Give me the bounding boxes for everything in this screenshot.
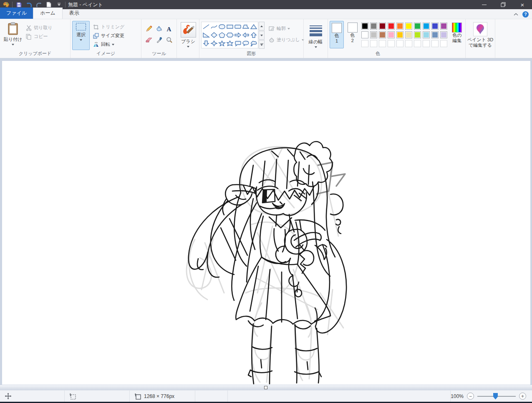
paste-button[interactable]: 貼り付け: [3, 21, 23, 45]
undo-icon[interactable]: [25, 1, 33, 8]
zoom-in-button[interactable]: +: [519, 393, 526, 400]
palette-swatch[interactable]: [423, 23, 430, 30]
curve-shape[interactable]: [210, 24, 218, 30]
palette-empty-swatch[interactable]: [370, 40, 377, 47]
palette-swatch[interactable]: [370, 23, 377, 30]
zoom-level-text: 100%: [451, 393, 464, 399]
star-5-shape[interactable]: [218, 40, 226, 46]
callout-oval-shape[interactable]: [242, 40, 250, 46]
shapes-more-button[interactable]: [259, 40, 265, 49]
help-icon[interactable]: ?: [522, 11, 529, 18]
zoom-slider-thumb[interactable]: [493, 393, 498, 400]
palette-swatch[interactable]: [361, 23, 368, 30]
diamond-shape[interactable]: [210, 32, 218, 38]
outline-dropdown-icon: [287, 28, 290, 30]
eraser-tool[interactable]: [146, 36, 153, 43]
magnifier-tool[interactable]: [166, 36, 173, 43]
callout-cloud-shape[interactable]: [250, 40, 257, 46]
resize-button[interactable]: サイズ変更: [92, 31, 124, 40]
arrow-right-shape[interactable]: [234, 32, 242, 38]
palette-empty-swatch[interactable]: [440, 40, 447, 47]
palette-swatch[interactable]: [423, 31, 430, 38]
redo-icon[interactable]: [35, 1, 43, 8]
palette-swatch[interactable]: [405, 23, 412, 30]
palette-swatch[interactable]: [414, 23, 421, 30]
palette-empty-swatch[interactable]: [414, 40, 421, 47]
palette-swatch[interactable]: [440, 31, 447, 38]
arrow-up-shape[interactable]: [250, 32, 257, 38]
select-label: 選択: [76, 32, 86, 38]
line-width-button[interactable]: 線の幅: [304, 21, 328, 48]
fill-bucket-tool[interactable]: [156, 25, 163, 32]
palette-empty-swatch[interactable]: [379, 40, 386, 47]
palette-empty-swatch[interactable]: [388, 40, 395, 47]
crop-button[interactable]: トリミング: [92, 23, 124, 31]
canvas-resize-handle[interactable]: [264, 386, 267, 389]
copy-button[interactable]: コピー: [25, 32, 53, 41]
color-picker-tool[interactable]: [156, 36, 163, 43]
svg-text:A: A: [167, 26, 171, 32]
save-icon[interactable]: [15, 1, 23, 8]
brush-button[interactable]: ブラシ: [177, 21, 199, 48]
zoom-out-button[interactable]: −: [467, 393, 474, 400]
palette-swatch[interactable]: [388, 23, 395, 30]
palette-empty-swatch[interactable]: [431, 40, 439, 47]
ellipse-shape[interactable]: [218, 24, 226, 30]
palette-swatch[interactable]: [396, 31, 403, 38]
hexagon-shape[interactable]: [226, 32, 234, 38]
arrow-left-shape[interactable]: [242, 32, 250, 38]
shapes-scroll-up-button[interactable]: [259, 22, 265, 30]
palette-swatch[interactable]: [379, 23, 386, 30]
ribbon: 貼り付け 切り取り コピー クリップボード: [0, 19, 532, 58]
text-tool[interactable]: A: [166, 25, 173, 32]
palette-swatch[interactable]: [379, 31, 386, 38]
palette-empty-swatch[interactable]: [423, 40, 430, 47]
palette-empty-swatch[interactable]: [396, 40, 403, 47]
minimize-button[interactable]: [474, 0, 494, 9]
palette-swatch[interactable]: [396, 23, 403, 30]
triangle-shape[interactable]: [250, 24, 257, 30]
ribbon-tabs: ファイル ホーム 表示 ?: [0, 9, 532, 19]
tab-home[interactable]: ホーム: [33, 8, 63, 19]
tab-view[interactable]: 表示: [63, 8, 86, 19]
collapse-ribbon-icon[interactable]: [514, 13, 518, 16]
new-file-icon[interactable]: [45, 1, 53, 8]
palette-swatch[interactable]: [370, 31, 377, 38]
palette-swatch[interactable]: [440, 23, 447, 30]
polygon-shape[interactable]: [242, 24, 250, 30]
color2-button[interactable]: 色 2: [345, 21, 360, 48]
outline-button[interactable]: 輪郭: [268, 24, 304, 33]
toolbar-dropdown-icon[interactable]: [55, 1, 63, 8]
palette-empty-swatch[interactable]: [405, 40, 412, 47]
palette-swatch[interactable]: [388, 31, 395, 38]
select-button[interactable]: 選択: [72, 21, 90, 50]
pencil-tool[interactable]: [146, 25, 153, 32]
edit-colors-button[interactable]: 色の 編集: [449, 21, 465, 48]
zoom-slider[interactable]: [477, 396, 516, 397]
rectangle-shape[interactable]: [226, 24, 234, 30]
shape-fill-button[interactable]: 塗りつぶし: [268, 35, 304, 44]
restore-button[interactable]: [494, 0, 513, 9]
rotate-button[interactable]: 回転: [92, 40, 124, 49]
star-6-shape[interactable]: [226, 40, 234, 46]
arrow-down-shape[interactable]: [202, 40, 210, 46]
palette-swatch[interactable]: [431, 31, 439, 38]
color1-button[interactable]: 色 1: [330, 21, 344, 48]
palette-swatch[interactable]: [431, 23, 439, 30]
right-triangle-shape[interactable]: [202, 32, 210, 38]
rounded-rectangle-shape[interactable]: [234, 24, 242, 30]
drawing-canvas[interactable]: [2, 61, 530, 385]
callout-rounded-shape[interactable]: [234, 40, 242, 46]
pentagon-shape[interactable]: [218, 32, 226, 38]
palette-swatch[interactable]: [361, 31, 368, 38]
tab-file[interactable]: ファイル: [0, 8, 33, 19]
paint3d-button[interactable]: ペイント 3D で編集する: [466, 21, 495, 48]
palette-swatch[interactable]: [405, 31, 412, 38]
line-shape[interactable]: [202, 24, 210, 30]
close-button[interactable]: ×: [513, 0, 532, 9]
cut-button[interactable]: 切り取り: [25, 23, 53, 32]
palette-empty-swatch[interactable]: [361, 40, 368, 47]
shapes-scroll-down-button[interactable]: [259, 31, 265, 40]
star-4-shape[interactable]: [210, 40, 218, 46]
palette-swatch[interactable]: [414, 31, 421, 38]
